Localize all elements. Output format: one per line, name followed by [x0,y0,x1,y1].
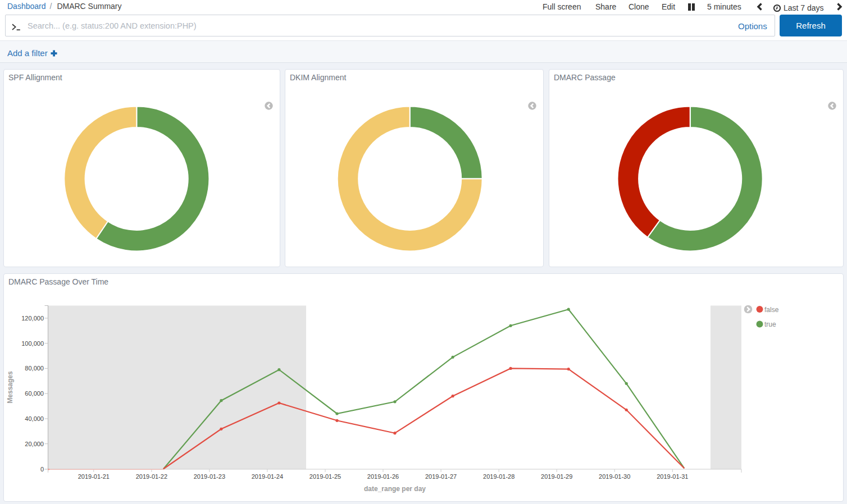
svg-text:80,000: 80,000 [25,365,44,372]
svg-text:0: 0 [40,466,44,473]
svg-text:2019-01-28: 2019-01-28 [483,473,514,480]
svg-text:2019-01-23: 2019-01-23 [194,473,225,480]
svg-text:60,000: 60,000 [25,390,44,397]
svg-text:date_range per day: date_range per day [364,485,426,493]
svg-text:2019-01-30: 2019-01-30 [599,473,630,480]
svg-text:2019-01-27: 2019-01-27 [425,473,457,480]
svg-text:false: false [764,306,779,314]
svg-text:Messages: Messages [6,371,14,404]
svg-text:20,000: 20,000 [25,441,44,447]
svg-text:100,000: 100,000 [21,340,44,347]
svg-text:2019-01-26: 2019-01-26 [367,473,399,480]
svg-text:2019-01-29: 2019-01-29 [541,473,572,480]
svg-text:2019-01-31: 2019-01-31 [657,473,688,480]
svg-text:2019-01-25: 2019-01-25 [309,473,341,480]
svg-text:true: true [764,320,776,328]
svg-text:2019-01-22: 2019-01-22 [136,473,167,480]
svg-text:2019-01-24: 2019-01-24 [252,473,283,480]
svg-text:120,000: 120,000 [21,315,44,322]
svg-text:40,000: 40,000 [25,415,44,422]
svg-text:2019-01-21: 2019-01-21 [78,473,110,480]
